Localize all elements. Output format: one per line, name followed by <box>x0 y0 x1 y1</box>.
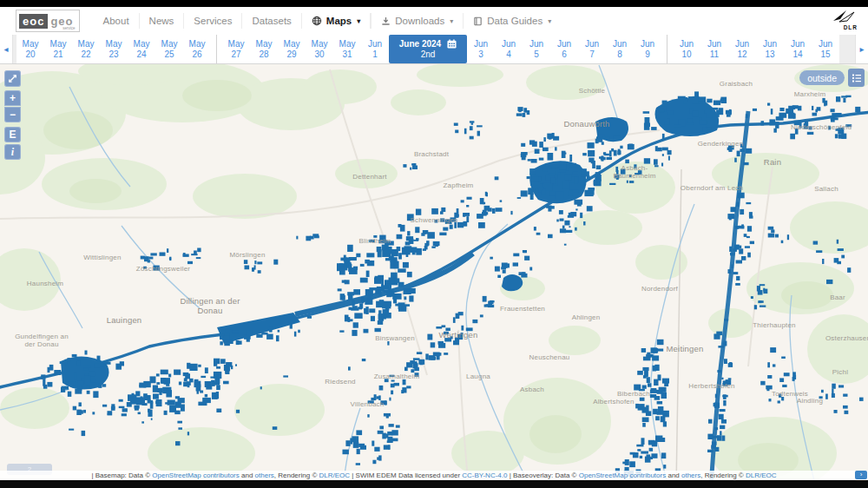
date-month: June 2024 <box>399 39 441 49</box>
date-month: May <box>339 39 356 49</box>
date-month: May <box>106 39 122 49</box>
date-month: Jun <box>763 39 777 49</box>
nav-item-services[interactable]: Services <box>183 13 241 29</box>
zoom-in-button[interactable]: + <box>4 90 21 106</box>
info-button[interactable]: i <box>4 144 21 160</box>
nav-item-label: Maps <box>326 16 352 26</box>
nav-item-datasets[interactable]: Datasets <box>241 13 300 29</box>
nav-item-downloads[interactable]: Downloads▾ <box>371 13 463 29</box>
date-month: May <box>23 39 39 49</box>
attribution-segment: , Rendering © <box>274 472 319 479</box>
date-cell-jun-7[interactable]: Jun7 <box>578 35 606 63</box>
date-day: 3 <box>478 49 483 60</box>
nav-item-label: Datasets <box>252 16 291 26</box>
date-day: 8 <box>617 49 622 60</box>
date-cell-may-26[interactable]: May26 <box>183 35 211 63</box>
date-month: Jun <box>641 39 654 49</box>
app-window: HaunsheimWittislingenZöschlingsweilerMör… <box>0 0 868 488</box>
nav-item-label: Services <box>194 16 232 26</box>
date-month: Jun <box>474 39 488 49</box>
date-cell-jun-9[interactable]: Jun9 <box>634 35 661 63</box>
date-day: 9 <box>645 49 650 60</box>
date-day: 4 <box>506 49 511 60</box>
eoc-geoservice-logo[interactable]: eoc geoservice <box>16 10 80 32</box>
date-month: May <box>189 39 206 49</box>
date-day: 11 <box>710 49 719 60</box>
attribution-link[interactable]: CC-BY-NC-4.0 <box>462 472 507 479</box>
date-month: Jun <box>502 39 516 49</box>
date-cell-jun-3[interactable]: Jun3 <box>467 35 495 63</box>
layers-button[interactable] <box>848 69 865 87</box>
fullscreen-button[interactable] <box>4 70 21 87</box>
date-cell-may-23[interactable]: May23 <box>100 35 128 63</box>
date-cell-may-25[interactable]: May25 <box>155 35 183 63</box>
nav-item-maps[interactable]: Maps▾ <box>301 13 371 29</box>
book-icon <box>473 16 483 26</box>
date-cell-may-24[interactable]: May24 <box>128 35 155 63</box>
date-day: 29 <box>286 49 296 60</box>
date-cell-selected[interactable]: June 20242nd <box>389 35 467 63</box>
date-cell-may-30[interactable]: May30 <box>306 35 333 63</box>
nav-item-data-guides[interactable]: Data Guides▾ <box>463 13 561 29</box>
attribution-link[interactable]: others <box>681 472 700 479</box>
date-day: 23 <box>108 49 118 60</box>
date-cell-jun-6[interactable]: Jun6 <box>550 35 578 63</box>
date-cell-may-31[interactable]: May31 <box>333 35 361 63</box>
date-cell-jun-14[interactable]: Jun14 <box>784 35 812 63</box>
extent-button[interactable]: E <box>4 127 21 142</box>
attribution-segment: | SWIM EDEM Data licensed under <box>350 472 462 479</box>
date-month: May <box>284 39 300 49</box>
dlr-logo-icon <box>832 10 855 23</box>
date-month: Jun <box>791 39 805 49</box>
date-cell-may-20[interactable]: May20 <box>16 35 44 63</box>
date-cell-jun-5[interactable]: Jun5 <box>523 35 550 63</box>
expand-arrows-icon <box>8 74 17 83</box>
date-cell-jun-10[interactable]: Jun10 <box>673 35 700 63</box>
dlr-logo[interactable]: DLR <box>828 10 859 30</box>
attribution-link[interactable]: DLR/EOC <box>319 472 351 479</box>
attribution-segment: and <box>666 472 681 479</box>
date-cell-may-28[interactable]: May28 <box>250 35 278 63</box>
date-day: 21 <box>53 49 62 60</box>
date-month: Jun <box>819 39 832 49</box>
nav-item-about[interactable]: About <box>94 13 139 29</box>
ribbon-prev-arrow[interactable]: ◂ <box>0 35 13 63</box>
basemap-graphics <box>0 0 868 488</box>
date-day: 31 <box>342 49 352 60</box>
date-cell-may-29[interactable]: May29 <box>278 35 306 63</box>
date-cell-jun-1[interactable]: Jun1 <box>361 35 389 63</box>
date-month: May <box>134 39 150 49</box>
date-cell-may-22[interactable]: May22 <box>72 35 100 63</box>
map-canvas[interactable]: HaunsheimWittislingenZöschlingsweilerMör… <box>0 0 868 488</box>
attribution-link[interactable]: others <box>255 472 274 479</box>
date-day: 12 <box>737 49 746 60</box>
attribution-link[interactable]: OpenStreetMap contributors <box>152 472 240 479</box>
date-cell-jun-11[interactable]: Jun11 <box>700 35 728 63</box>
attribution-expand-button[interactable]: › <box>855 471 867 479</box>
date-month: Jun <box>368 39 382 49</box>
date-cell-jun-8[interactable]: Jun8 <box>606 35 634 63</box>
date-month: Jun <box>613 39 627 49</box>
date-day: 22 <box>81 49 90 60</box>
date-cell-may-21[interactable]: May21 <box>44 35 72 63</box>
date-cell-may-27[interactable]: May27 <box>222 35 250 63</box>
date-cell-jun-4[interactable]: Jun4 <box>495 35 523 63</box>
logo-eoc: eoc <box>19 14 48 29</box>
zoom-out-button[interactable]: − <box>4 107 21 122</box>
attribution-link[interactable]: OpenStreetMap contributors <box>579 472 667 479</box>
attribution-link[interactable]: DLR/EOC <box>746 472 777 479</box>
ribbon-next-arrow[interactable]: ▸ <box>855 35 868 63</box>
date-cell-jun-12[interactable]: Jun12 <box>728 35 756 63</box>
date-day: 28 <box>259 49 268 60</box>
outside-button[interactable]: outside <box>799 70 845 85</box>
date-day: 27 <box>231 49 240 60</box>
date-day: 5 <box>534 49 539 60</box>
date-day: 1 <box>372 49 378 60</box>
date-ribbon: ◂ May20May21May22May23May24May25May26May… <box>0 35 868 64</box>
date-cell-jun-15[interactable]: Jun15 <box>812 35 839 63</box>
nav-item-label: Downloads <box>395 16 444 26</box>
date-day: 14 <box>792 49 802 60</box>
date-day: 13 <box>765 49 774 60</box>
date-cell-jun-13[interactable]: Jun13 <box>756 35 784 63</box>
nav-item-news[interactable]: News <box>139 13 184 29</box>
